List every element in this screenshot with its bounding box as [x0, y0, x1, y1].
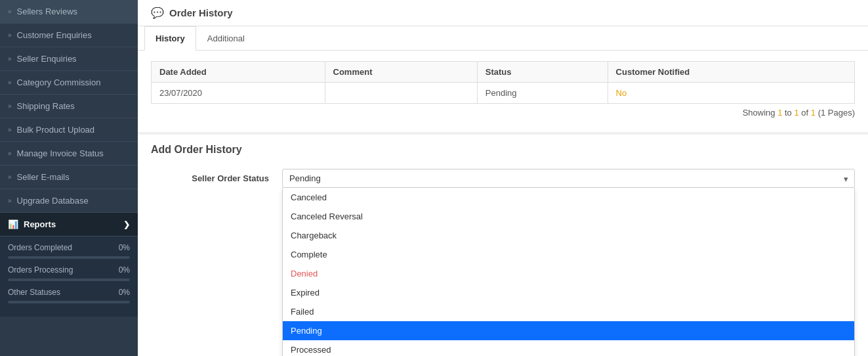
sidebar-item-customer-enquiries[interactable]: » Customer Enquiries: [0, 24, 138, 47]
sidebar-item-label: Shipping Rates: [17, 101, 75, 111]
col-date-added: Date Added: [152, 62, 325, 83]
arrow-icon: »: [8, 150, 12, 157]
sidebar-item-upgrade-database[interactable]: » Upgrade Database: [0, 189, 138, 213]
dropdown-item-canceled-reversal[interactable]: Canceled Reversal: [283, 207, 854, 226]
seller-order-status-label: Seller Order Status: [151, 169, 282, 183]
sidebar-item-bulk-product-upload[interactable]: » Bulk Product Upload: [0, 118, 138, 142]
table-row: 23/07/2020 Pending No: [152, 83, 855, 104]
arrow-icon: »: [8, 8, 12, 15]
main-content: 💬 Order History History Additional Date …: [138, 0, 868, 356]
arrow-icon: »: [8, 55, 12, 62]
sidebar-item-label: Manage Invoice Status: [17, 148, 104, 158]
arrow-icon: »: [8, 32, 12, 39]
dropdown-item-denied[interactable]: Denied: [283, 264, 854, 283]
history-tabs: History Additional: [138, 26, 868, 51]
orders-processing-progress: [8, 278, 130, 281]
orders-completed-progress: [8, 256, 130, 259]
add-history-header: Add Order History: [138, 132, 868, 162]
sidebar-item-label: Upgrade Database: [17, 196, 89, 206]
dropdown-item-canceled[interactable]: Canceled: [283, 188, 854, 207]
dropdown-item-pending[interactable]: Pending: [283, 321, 854, 340]
pagination-info: Showing 1 to 1 of 1 (1 Pages): [151, 104, 855, 122]
sidebar-item-category-commission[interactable]: » Category Commission: [0, 71, 138, 95]
status-dropdown-overlay[interactable]: Canceled Canceled Reversal Chargeback Co…: [282, 188, 855, 356]
pagination-total: 1: [811, 108, 816, 118]
chevron-right-icon: ❯: [123, 220, 130, 229]
arrow-icon: »: [8, 197, 12, 204]
orders-processing-pct: 0%: [119, 265, 130, 275]
sidebar-item-shipping-rates[interactable]: » Shipping Rates: [0, 95, 138, 118]
sidebar: » Sellers Reviews » Customer Enquiries »…: [0, 0, 138, 356]
history-content-box: History Additional Date Added Comment St…: [138, 26, 868, 132]
arrow-icon: »: [8, 126, 12, 133]
tab-additional[interactable]: Additional: [196, 26, 256, 51]
sidebar-item-label: Sellers Reviews: [17, 7, 77, 16]
sidebar-item-label: Customer Enquiries: [17, 30, 92, 40]
order-history-header: 💬 Order History: [138, 0, 868, 26]
seller-order-status-row: Seller Order Status Pending ▾ Canceled C…: [151, 169, 855, 188]
sidebar-item-label: Seller E-mails: [17, 172, 70, 182]
orders-completed-pct: 0%: [119, 243, 130, 252]
pagination-to: 1: [794, 108, 798, 118]
dropdown-item-expired[interactable]: Expired: [283, 283, 854, 302]
arrow-icon: »: [8, 102, 12, 110]
table-header-row: Date Added Comment Status Customer Notif…: [152, 62, 855, 83]
order-history-title: Order History: [169, 7, 233, 18]
sidebar-item-label: Seller Enquiries: [17, 54, 77, 64]
history-table-container: Date Added Comment Status Customer Notif…: [138, 51, 868, 132]
sidebar-item-label: Bulk Product Upload: [17, 125, 95, 135]
orders-processing-label: Orders Processing: [8, 265, 73, 275]
add-history-form: Seller Order Status Pending ▾ Canceled C…: [138, 162, 868, 356]
speech-bubble-icon: 💬: [151, 7, 164, 19]
other-statuses-progress: [8, 301, 130, 303]
dropdown-item-processed[interactable]: Processed: [283, 340, 854, 356]
cell-customer-notified: No: [608, 83, 854, 104]
col-comment: Comment: [325, 62, 477, 83]
sidebar-item-reports[interactable]: 📊 Reports ❯: [0, 213, 138, 236]
sidebar-item-seller-emails[interactable]: » Seller E-mails: [0, 166, 138, 189]
cell-status: Pending: [477, 83, 608, 104]
seller-order-status-select[interactable]: Pending: [282, 169, 855, 188]
col-customer-notified: Customer Notified: [608, 62, 854, 83]
tab-history[interactable]: History: [144, 26, 196, 51]
chart-icon: 📊: [8, 219, 18, 229]
pagination-from: 1: [777, 108, 782, 118]
other-statuses-pct: 0%: [119, 288, 130, 297]
cell-comment: [325, 83, 477, 104]
sidebar-stats: Orders Completed 0% Orders Processing 0%…: [0, 236, 138, 317]
sidebar-item-sellers-reviews[interactable]: » Sellers Reviews: [0, 0, 138, 24]
sidebar-item-seller-enquiries[interactable]: » Seller Enquiries: [0, 47, 138, 71]
sidebar-item-label: Category Commission: [17, 78, 101, 87]
sidebar-item-manage-invoice-status[interactable]: » Manage Invoice Status: [0, 142, 138, 166]
arrow-icon: »: [8, 173, 12, 181]
sidebar-item-label: Reports: [24, 219, 56, 229]
orders-completed-label: Orders Completed: [8, 243, 72, 252]
dropdown-item-complete[interactable]: Complete: [283, 245, 854, 264]
dropdown-item-chargeback[interactable]: Chargeback: [283, 226, 854, 245]
dropdown-item-failed[interactable]: Failed: [283, 302, 854, 321]
col-status: Status: [477, 62, 608, 83]
history-table: Date Added Comment Status Customer Notif…: [151, 61, 855, 104]
cell-date: 23/07/2020: [152, 83, 325, 104]
other-statuses-label: Other Statuses: [8, 288, 60, 297]
arrow-icon: »: [8, 79, 12, 86]
seller-order-status-control[interactable]: Pending ▾ Canceled Canceled Reversal Cha…: [282, 169, 855, 188]
